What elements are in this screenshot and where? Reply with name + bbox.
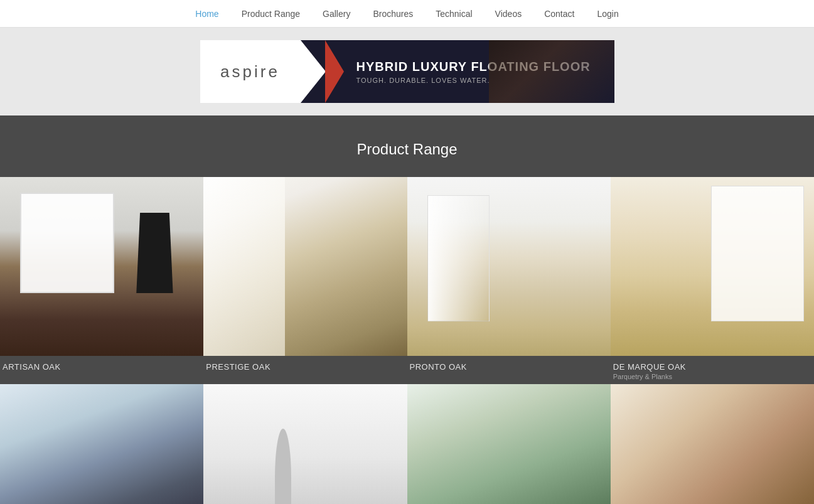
product-label-demarque-oak: DE MARQUE OAK Parquetry & Planks [611, 356, 814, 384]
product-item-row2-1[interactable] [0, 384, 203, 504]
pronto-oak-scene [407, 177, 611, 356]
hero-inner: aspire HYBRID LUXURY FLOATING FLOOR TOUG… [200, 40, 614, 103]
product-img-pronto-oak [407, 177, 611, 356]
nav-gallery[interactable]: Gallery [323, 9, 350, 19]
nav-brochures[interactable]: Brochures [373, 9, 413, 19]
prestige-oak-scene [203, 177, 407, 356]
product-title-pronto-oak: PRONTO OAK [410, 362, 608, 372]
product-section-title: Product Range [0, 141, 814, 158]
product-item-artisan-oak[interactable]: ARTISAN OAK [0, 177, 203, 384]
hero-logo-area: aspire [200, 40, 301, 103]
product-grid: ARTISAN OAK PRESTIGE OAK PRONTO OAK [0, 177, 814, 504]
nav-contact[interactable]: Contact [544, 9, 574, 19]
product-item-row2-2[interactable] [203, 384, 407, 504]
product-img-row2-3 [407, 384, 611, 504]
row2-3-scene [407, 384, 611, 504]
nav-login[interactable]: Login [597, 9, 618, 19]
product-label-artisan-oak: ARTISAN OAK [0, 356, 203, 375]
product-img-artisan-oak [0, 177, 203, 356]
row2-4-scene [611, 384, 814, 504]
product-item-prestige-oak[interactable]: PRESTIGE OAK [203, 177, 407, 384]
hero-banner: aspire HYBRID LUXURY FLOATING FLOOR TOUG… [0, 28, 814, 115]
artisan-oak-scene [0, 177, 203, 356]
product-img-row2-2 [203, 384, 407, 504]
hero-logo: aspire [220, 62, 280, 82]
product-label-prestige-oak: PRESTIGE OAK [203, 356, 407, 375]
product-item-row2-4[interactable] [611, 384, 814, 504]
nav-product-range[interactable]: Product Range [242, 9, 300, 19]
product-item-row2-3[interactable] [407, 384, 611, 504]
product-img-prestige-oak [203, 177, 407, 356]
hero-arrow-red [325, 40, 344, 103]
product-item-pronto-oak[interactable]: PRONTO OAK [407, 177, 611, 384]
demarque-oak-scene [611, 177, 814, 356]
main-navigation: Home Product Range Gallery Brochures Tec… [0, 0, 814, 28]
product-title-demarque-oak: DE MARQUE OAK [613, 362, 811, 372]
hero-arrow-white [301, 40, 326, 103]
product-img-row2-1 [0, 384, 203, 504]
product-title-prestige-oak: PRESTIGE OAK [206, 362, 404, 372]
product-subtitle-demarque-oak: Parquetry & Planks [613, 373, 811, 380]
row2-1-scene [0, 384, 203, 504]
product-title-artisan-oak: ARTISAN OAK [3, 362, 201, 372]
product-item-demarque-oak[interactable]: DE MARQUE OAK Parquetry & Planks [611, 177, 814, 384]
product-label-pronto-oak: PRONTO OAK [407, 356, 611, 375]
hero-bg-overlay [489, 40, 614, 103]
row2-2-scene [203, 384, 407, 504]
nav-technical[interactable]: Technical [436, 9, 472, 19]
nav-home[interactable]: Home [195, 9, 218, 19]
product-section: Product Range ARTISAN OAK PRESTIGE OAK [0, 115, 814, 504]
product-img-row2-4 [611, 384, 814, 504]
nav-videos[interactable]: Videos [495, 9, 522, 19]
product-img-demarque-oak [611, 177, 814, 356]
